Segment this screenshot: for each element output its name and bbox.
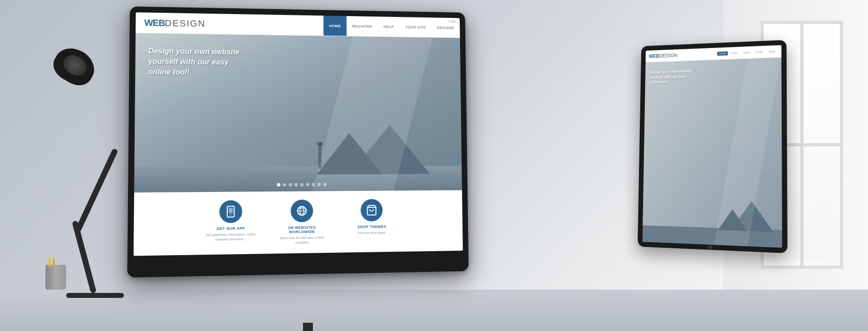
slider-dots[interactable] (277, 183, 327, 187)
window-cross-vertical (800, 24, 804, 266)
monitor-neck (303, 323, 313, 331)
hero-line2: yourself with our easy (148, 57, 229, 66)
feature-app-title: GET OUR APP (217, 226, 245, 230)
tablet-nav-home[interactable]: HOME (718, 51, 728, 56)
feature-shop-desc: Find the best deals (358, 230, 386, 235)
dot-9[interactable] (323, 183, 327, 186)
logo-web-text: WEB (144, 17, 165, 29)
lamp-arm-upper (75, 148, 119, 233)
dot-5[interactable] (300, 183, 303, 186)
svg-rect-2 (229, 207, 233, 213)
site-hero: Design your own website yourself with ou… (134, 33, 462, 192)
logo-design-text: DESIGN (165, 18, 206, 29)
site-features: GET OUR APP Get paperless information, o… (134, 190, 463, 256)
nav-help[interactable]: HELP (378, 17, 400, 36)
hero-line1: Design your own website (148, 47, 240, 56)
tablet-nav-designs[interactable]: DESI.. (767, 49, 778, 54)
lamp-base (66, 293, 124, 298)
dot-3[interactable] (289, 183, 292, 186)
tablet-overlay (714, 58, 781, 246)
feature-worldwide: 1M WEBSITES WORLDWIDE More than 80,000 s… (275, 199, 329, 245)
globe-icon (296, 205, 308, 217)
dot-4[interactable] (294, 183, 298, 186)
lamp-head (48, 41, 101, 91)
nav-register[interactable]: REGISTER (346, 16, 378, 36)
feature-app: GET OUR APP Get paperless information, o… (203, 200, 258, 242)
feature-app-icon (219, 200, 242, 223)
monitor-wrapper: WEBDESIGN Login HOME REGISTER HELP YOUR … (132, 8, 484, 323)
tablet-home-button[interactable] (708, 245, 713, 249)
monitor-outer: WEBDESIGN Login HOME REGISTER HELP YOUR … (127, 6, 469, 277)
dot-1[interactable] (277, 183, 280, 186)
nav-your-site[interactable]: YOUR SITE (399, 17, 432, 37)
lighthouse-top (317, 142, 322, 146)
lamp-arm-lower (72, 220, 97, 293)
feature-shop-icon (360, 199, 382, 221)
site-logo: WEBDESIGN (136, 12, 214, 34)
hero-text: Design your own website yourself with ou… (148, 46, 239, 78)
tablet-nav-help[interactable]: HELP (742, 50, 752, 55)
site-nav: HOME REGISTER HELP YOUR SITE DESIGNS (323, 16, 460, 38)
cart-icon (366, 204, 377, 216)
feature-worldwide-title: 1M WEBSITES WORLDWIDE (275, 225, 329, 234)
tablet-outer: WEBDESIGN HOME REGI.. HELP YOUR.. DESI.. (638, 40, 788, 254)
tablet-hero-line2: yourself with our easy (650, 74, 687, 79)
feature-app-desc: Get paperless information, online manual… (203, 232, 258, 242)
monitor-stand (275, 323, 341, 331)
dot-8[interactable] (317, 183, 321, 186)
tablet-nav-site[interactable]: YOUR.. (754, 50, 765, 54)
dot-7[interactable] (312, 183, 315, 186)
monitor-screen: WEBDESIGN Login HOME REGISTER HELP YOUR … (134, 12, 463, 256)
tablet-wrapper: WEBDESIGN HOME REGI.. HELP YOUR.. DESI.. (637, 41, 785, 248)
dot-2[interactable] (283, 183, 286, 186)
tablet-logo-design: DESIGN (659, 52, 677, 58)
nav-login[interactable]: Login (448, 19, 456, 23)
pencil-cup (45, 265, 66, 290)
tablet-hero: Design your own website yourself with ou… (642, 58, 782, 248)
tablet-screen: WEBDESIGN HOME REGI.. HELP YOUR.. DESI.. (642, 45, 782, 248)
feature-worldwide-desc: More than 80,000 sites in 200 countries (275, 235, 329, 245)
website-content: WEBDESIGN Login HOME REGISTER HELP YOUR … (134, 12, 463, 256)
feature-worldwide-icon (291, 199, 313, 222)
tablet-website: WEBDESIGN HOME REGI.. HELP YOUR.. DESI.. (642, 45, 782, 248)
tablet-nav-register[interactable]: REGI.. (730, 50, 740, 55)
tablet-nav: HOME REGI.. HELP YOUR.. DESI.. (718, 49, 778, 56)
hero-title: Design your own website yourself with ou… (148, 46, 239, 78)
mobile-icon (225, 206, 237, 218)
tablet-logo-web: WEB (649, 53, 659, 59)
tablet-hero-line1: Design your own website (650, 69, 692, 74)
tablet-hero-text: Design your own website yourself with ou… (650, 69, 692, 85)
nav-home[interactable]: HOME (323, 16, 346, 36)
hero-line3: online tool! (148, 68, 189, 77)
feature-shop: SHOP THEMES Find the best deals (345, 199, 398, 235)
feature-shop-title: SHOP THEMES (357, 224, 386, 229)
dot-6[interactable] (306, 183, 309, 186)
tablet-hero-line3: online tool! (650, 80, 669, 84)
